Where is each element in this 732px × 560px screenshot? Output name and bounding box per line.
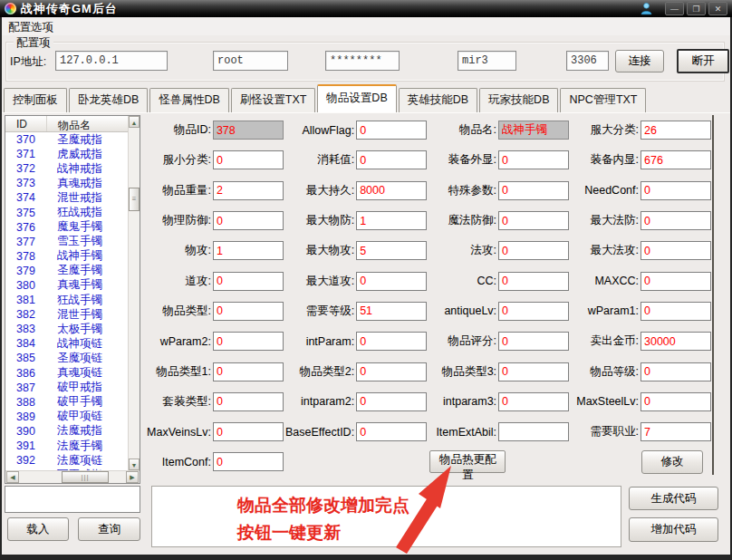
item-hot-update-button[interactable]: 物品热更配置 [429,450,506,473]
maximize-button[interactable]: ❐ [687,2,706,15]
modify-button[interactable]: 修改 [641,450,703,474]
tab-spawn-config-txt[interactable]: 刷怪设置TXT [231,88,316,112]
list-row[interactable]: 384战神项链 [5,336,128,351]
list-row[interactable]: 378战神手镯 [5,249,128,264]
item-ext-abil-field[interactable] [498,422,569,441]
tab-npc-manage-txt[interactable]: NPC管理TXT [560,88,646,112]
list-header-id[interactable]: ID [5,116,47,131]
port-input[interactable] [566,51,609,71]
list-row[interactable]: 386真魂项链 [5,366,128,381]
tab-item-config-db[interactable]: 物品设置DB [317,84,396,112]
search-input[interactable] [5,486,140,513]
max-durability-field[interactable] [356,181,427,200]
need-profession-field[interactable] [640,422,711,441]
minimize-button[interactable]: — [665,2,684,15]
special-param-field[interactable] [498,181,569,200]
list-row[interactable]: 389破甲项链 [5,410,128,424]
suit-type-field[interactable] [213,392,284,411]
server-major-class-field[interactable] [640,121,711,140]
list-row[interactable]: 382混世手镯 [5,307,128,322]
sell-gold-field[interactable] [640,332,711,351]
add-code-button[interactable]: 增加代码 [629,517,718,542]
item-grade-field[interactable] [640,362,711,381]
need-conf-field[interactable] [640,181,711,200]
list-row[interactable]: 379圣魔手镯 [5,264,128,278]
item-type3-field[interactable] [498,362,569,381]
physical-defense-field[interactable] [213,211,284,230]
item-score-field[interactable] [498,332,569,351]
vertical-scrollbar[interactable]: ▲ ≡ ▼ [128,116,140,470]
item-name-field[interactable] [498,121,569,140]
list-row[interactable]: 381狂战手镯 [5,293,128,307]
list-header-item-name[interactable]: 物品名 [47,116,91,131]
list-row[interactable]: 383太极手镯 [5,322,128,336]
item-conf-field[interactable] [213,452,284,471]
list-row[interactable]: 392法魔项链 [5,453,128,468]
w-param2-field[interactable] [213,332,284,351]
cc-field[interactable] [498,272,569,291]
list-row[interactable]: 370圣魔戒指 [5,132,128,147]
equip-outer-display-field[interactable] [498,150,569,169]
item-type-field[interactable] [213,302,284,321]
max-cc-field[interactable] [640,272,711,291]
int-param3-field[interactable] [498,392,569,411]
scroll-right-icon[interactable]: ▶ [126,471,139,483]
tab-control-panel[interactable]: 控制面板 [4,88,67,112]
magic-attack-field[interactable] [498,241,569,260]
int-param-field[interactable] [356,332,427,351]
list-row[interactable]: 391法魔手镯 [5,439,128,453]
allow-flag-field[interactable] [356,121,427,140]
password-input[interactable] [325,51,400,71]
list-row[interactable]: 390法魔戒指 [5,424,128,439]
list-row[interactable]: 376魔鬼手镯 [5,220,128,235]
list-row[interactable]: 373真魂戒指 [5,176,128,190]
consume-value-field[interactable] [356,150,427,169]
connect-button[interactable]: 连接 [615,50,664,72]
max-physical-defense-field[interactable] [356,211,427,230]
horizontal-scrollbar-thumb[interactable]: ||| [62,471,109,483]
need-level-field[interactable] [356,302,427,321]
magic-defense-field[interactable] [498,211,569,230]
antique-lv-field[interactable] [498,302,569,321]
query-button[interactable]: 查询 [78,517,140,541]
list-row[interactable]: 375狂战戒指 [5,205,128,219]
scroll-left-icon[interactable]: ◀ [6,471,19,483]
generate-code-button[interactable]: 生成代码 [629,487,718,510]
item-weight-field[interactable] [213,181,284,200]
server-minor-class-field[interactable] [213,150,284,169]
list-row[interactable]: 372战神戒指 [5,161,128,176]
list-row[interactable]: 377雪玉手镯 [5,235,128,249]
base-effect-id-field[interactable] [356,422,427,441]
ip-address-input[interactable] [55,51,168,71]
int-param2-field[interactable] [356,392,427,411]
list-row[interactable]: 388破甲手镯 [5,395,128,410]
scroll-up-icon[interactable]: ▲ [129,116,140,128]
vertical-scrollbar-thumb[interactable]: ≡ [129,188,140,211]
tab-monster-attr-db[interactable]: 怪兽属性DB [149,88,228,112]
tab-hero-skill-db[interactable]: 英雄技能DB [399,88,477,112]
tab-player-skill-db[interactable]: 玩家技能DB [479,88,558,112]
close-button[interactable]: ✕ [708,2,727,15]
list-row[interactable]: 374混世戒指 [5,190,128,205]
w-param1-field[interactable] [640,302,711,321]
max-magic-attack-field[interactable] [640,241,711,260]
dao-attack-field[interactable] [213,272,284,291]
tab-wolong-hero-db[interactable]: 卧龙英雄DB [69,88,148,112]
disconnect-button[interactable]: 断开 [677,49,729,73]
max-veins-lv-field[interactable] [213,422,284,441]
horizontal-scrollbar[interactable]: ◀ ||| ▶ [5,470,140,483]
max-steel-lv-field[interactable] [640,392,711,411]
list-row[interactable]: 380真魂手镯 [5,278,128,293]
max-physical-attack-field[interactable] [356,241,427,260]
list-row[interactable]: 371虎威戒指 [5,147,128,161]
item-id-field[interactable] [213,121,284,140]
equip-inner-display-field[interactable] [640,150,711,169]
item-type1-field[interactable] [213,362,284,381]
database-input[interactable] [458,51,516,71]
physical-attack-field[interactable] [213,241,284,260]
max-dao-attack-field[interactable] [356,272,427,291]
scroll-down-icon[interactable]: ▼ [129,459,140,470]
list-row[interactable]: 387破甲戒指 [5,381,128,395]
load-button[interactable]: 载入 [7,517,69,541]
list-row[interactable]: 385圣魔项链 [5,351,128,365]
